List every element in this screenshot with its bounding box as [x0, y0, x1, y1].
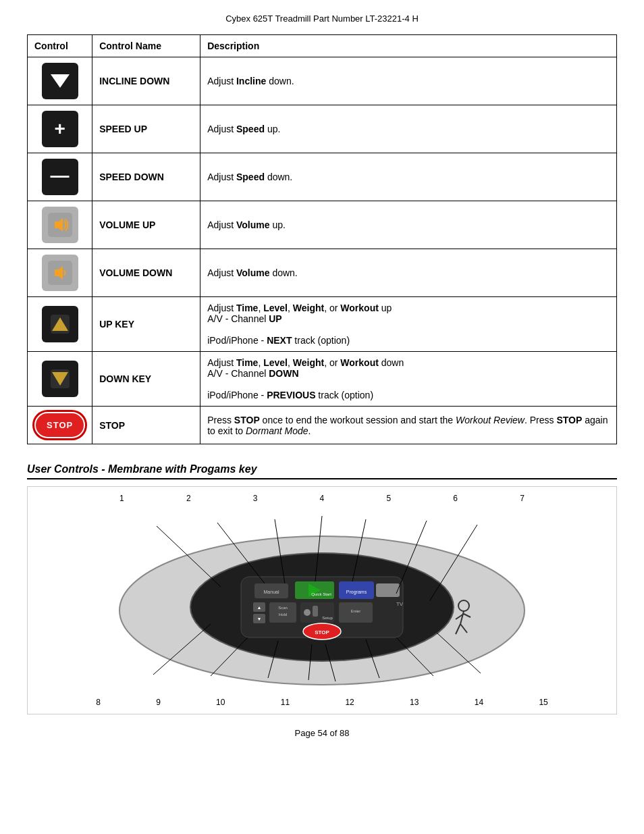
label-5: 5 [386, 494, 391, 503]
label-8: 8 [96, 698, 101, 707]
control-desc-cell: Adjust Time, Level, Weight, or Workout d… [200, 352, 617, 407]
control-desc-cell: Adjust Incline down. [200, 57, 617, 105]
diagram-container: 1 2 3 4 5 6 7 Manual Quick Start Program… [27, 486, 617, 714]
svg-rect-35 [376, 583, 400, 597]
label-11: 11 [281, 698, 290, 707]
label-14: 14 [475, 698, 483, 707]
svg-text:Manual: Manual [264, 590, 279, 594]
stop-button-icon: STOP [34, 412, 85, 438]
speed-down-icon: — [42, 159, 78, 195]
label-13: 13 [410, 698, 419, 707]
label-10: 10 [216, 698, 225, 707]
control-name-cell: UP KEY [92, 297, 200, 352]
svg-text:Scan: Scan [278, 606, 288, 610]
control-name-cell: INCLINE DOWN [92, 57, 200, 105]
col-header-name: Control Name [92, 35, 200, 57]
stop-label: STOP [47, 420, 73, 430]
table-row: UP KEY Adjust Time, Level, Weight, or Wo… [28, 297, 617, 352]
control-name-cell: DOWN KEY [92, 352, 200, 407]
control-name-cell: VOLUME UP [92, 201, 200, 249]
treadmill-svg: Manual Quick Start Programs ▲ ▼ Scan Hol… [34, 506, 610, 695]
label-3: 3 [253, 494, 258, 503]
table-row: DOWN KEY Adjust Time, Level, Weight, or … [28, 352, 617, 407]
minus-shape: — [51, 166, 70, 185]
label-6: 6 [453, 494, 458, 503]
label-15: 15 [539, 698, 547, 707]
label-7: 7 [520, 494, 525, 503]
control-name-cell: VOLUME DOWN [92, 249, 200, 297]
down-key-svg [47, 365, 74, 392]
svg-text:Enter: Enter [351, 609, 360, 613]
control-desc-cell: Adjust Speed down. [200, 153, 617, 201]
diagram-top-labels: 1 2 3 4 5 6 7 [34, 494, 610, 506]
down-key-icon [42, 361, 78, 397]
control-icon-cell [28, 57, 92, 105]
volume-up-icon [42, 207, 78, 243]
triangle-down-shape [51, 74, 70, 88]
treadmill-diagram: Manual Quick Start Programs ▲ ▼ Scan Hol… [34, 506, 610, 695]
label-2: 2 [186, 494, 191, 503]
control-name-cell: SPEED UP [92, 105, 200, 153]
svg-text:Programs: Programs [346, 590, 367, 595]
label-1: 1 [119, 494, 124, 503]
table-row: + SPEED UP Adjust Speed up. [28, 105, 617, 153]
control-icon-cell: + [28, 105, 92, 153]
svg-text:TV: TV [396, 601, 404, 607]
control-name-cell: STOP [92, 407, 200, 444]
label-4: 4 [320, 494, 325, 503]
control-desc-cell: Adjust Speed up. [200, 105, 617, 153]
control-desc-cell: Adjust Time, Level, Weight, or Workout u… [200, 297, 617, 352]
control-icon-cell: STOP [28, 407, 92, 444]
control-desc-cell: Adjust Volume up. [200, 201, 617, 249]
page-number: Page 54 of 88 [295, 728, 350, 738]
page-header: Cybex 625T Treadmill Part Number LT-2322… [27, 14, 617, 24]
control-name-cell: SPEED DOWN [92, 153, 200, 201]
document-title: Cybex 625T Treadmill Part Number LT-2322… [225, 14, 419, 24]
svg-rect-29 [313, 606, 318, 617]
table-row: VOLUME DOWN Adjust Volume down. [28, 249, 617, 297]
up-key-icon [42, 306, 78, 342]
page-footer: Page 54 of 88 [27, 728, 617, 738]
svg-point-28 [304, 609, 311, 616]
volume-down-icon [42, 255, 78, 291]
label-12: 12 [345, 698, 354, 707]
svg-text:▼: ▼ [257, 617, 262, 621]
plus-shape: + [54, 120, 65, 138]
svg-text:▲: ▲ [257, 605, 262, 610]
table-row: INCLINE DOWN Adjust Incline down. [28, 57, 617, 105]
svg-text:Hold: Hold [279, 613, 287, 617]
controls-table: Control Control Name Description INCLINE… [27, 34, 617, 444]
table-row: STOP STOP Press STOP once to end the wor… [28, 407, 617, 444]
svg-text:Setup: Setup [322, 616, 333, 620]
control-desc-cell: Press STOP once to end the workout sessi… [200, 407, 617, 444]
col-header-description: Description [200, 35, 617, 57]
control-icon-cell: — [28, 153, 92, 201]
table-row: VOLUME UP Adjust Volume up. [28, 201, 617, 249]
label-9: 9 [156, 698, 161, 707]
incline-down-icon [42, 63, 78, 99]
diagram-bottom-labels: 8 9 10 11 12 13 14 15 [34, 695, 610, 707]
section-heading: User Controls - Membrane with Progams ke… [27, 463, 617, 479]
volume-down-svg [48, 261, 72, 285]
table-row: — SPEED DOWN Adjust Speed down. [28, 153, 617, 201]
svg-text:STOP: STOP [315, 629, 329, 635]
svg-text:Quick Start: Quick Start [311, 592, 331, 596]
control-desc-cell: Adjust Volume down. [200, 249, 617, 297]
control-icon-cell [28, 297, 92, 352]
speed-up-icon: + [42, 111, 78, 147]
volume-up-svg [48, 213, 72, 237]
control-icon-cell [28, 201, 92, 249]
control-icon-cell [28, 249, 92, 297]
up-key-svg [47, 311, 74, 338]
col-header-control: Control [28, 35, 92, 57]
control-icon-cell [28, 352, 92, 407]
